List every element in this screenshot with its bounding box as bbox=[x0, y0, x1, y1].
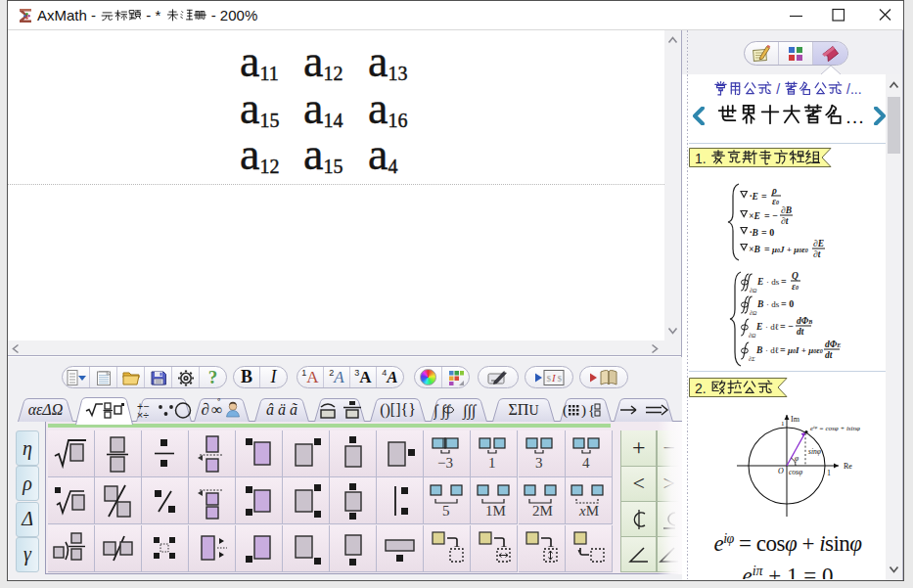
svg-text:dΦE: dΦE bbox=[825, 339, 841, 349]
svg-text:=: = bbox=[780, 344, 786, 355]
svg-text:cosφ: cosφ bbox=[789, 468, 802, 476]
svg-text:= 0: = 0 bbox=[781, 298, 794, 309]
svg-text:μ0J + μ0ε0: μ0J + μ0ε0 bbox=[771, 245, 808, 254]
svg-text:∂t: ∂t bbox=[813, 249, 821, 259]
svg-text:ρ: ρ bbox=[771, 186, 777, 196]
svg-text:xM: xM bbox=[578, 503, 599, 519]
svg-text:B: B bbox=[756, 299, 763, 309]
svg-text:−3: −3 bbox=[437, 455, 453, 471]
svg-text:∂Ω: ∂Ω bbox=[750, 310, 757, 316]
svg-text:$: $ bbox=[547, 373, 552, 383]
svg-text:4: 4 bbox=[582, 455, 590, 471]
svg-text:= 0: = 0 bbox=[761, 227, 774, 238]
svg-text:μ0I + μ0ε0: μ0I + μ0ε0 bbox=[787, 345, 823, 355]
svg-text:φ: φ bbox=[795, 454, 799, 463]
svg-text:dt: dt bbox=[825, 350, 833, 360]
svg-text:eiφ = cosφ + isinφ: eiφ = cosφ + isinφ bbox=[810, 425, 860, 432]
svg-text:∂Ω: ∂Ω bbox=[749, 333, 756, 339]
svg-text:E: E bbox=[755, 322, 762, 332]
svg-text:(: ( bbox=[563, 402, 568, 419]
svg-text:$: $ bbox=[558, 373, 563, 383]
svg-text:=: = bbox=[764, 244, 770, 254]
svg-text:∂E: ∂E bbox=[813, 239, 824, 249]
svg-text:ε0: ε0 bbox=[772, 197, 779, 206]
svg-text:∂t: ∂t bbox=[781, 216, 789, 226]
svg-text:3: 3 bbox=[535, 455, 543, 471]
svg-text:∫: ∫ bbox=[434, 402, 439, 420]
svg-text:×E: ×E bbox=[749, 211, 760, 221]
svg-text:×÷: ×÷ bbox=[137, 409, 149, 420]
svg-text:=: = bbox=[761, 191, 767, 202]
svg-text:1: 1 bbox=[781, 420, 785, 428]
svg-text:= −: = − bbox=[764, 210, 778, 221]
svg-text:· ds: · ds bbox=[766, 299, 780, 309]
svg-text:Im: Im bbox=[791, 415, 800, 424]
svg-text:{: { bbox=[588, 402, 595, 418]
svg-text:×B: ×B bbox=[749, 245, 760, 254]
svg-text:): ) bbox=[581, 402, 586, 419]
svg-text:·E: ·E bbox=[750, 192, 758, 202]
svg-text:sinφ: sinφ bbox=[808, 447, 821, 456]
svg-text:B: B bbox=[755, 345, 762, 355]
svg-text:∫∫: ∫∫ bbox=[440, 402, 451, 420]
svg-text:· dℓ: · dℓ bbox=[765, 322, 779, 332]
svg-text:1: 1 bbox=[488, 455, 496, 471]
svg-text:2M: 2M bbox=[532, 503, 553, 519]
svg-text:O: O bbox=[778, 467, 784, 475]
svg-text:∂B: ∂B bbox=[781, 205, 792, 215]
svg-text:Re: Re bbox=[844, 462, 852, 471]
svg-text:ε0: ε0 bbox=[792, 282, 799, 292]
svg-text:1: 1 bbox=[827, 469, 831, 477]
svg-text:E: E bbox=[756, 277, 763, 287]
svg-text:Q: Q bbox=[792, 271, 799, 281]
svg-text:1M: 1M bbox=[485, 503, 506, 519]
svg-text:= −: = − bbox=[780, 321, 794, 332]
svg-text:∂Σ: ∂Σ bbox=[749, 356, 755, 362]
svg-text:· dℓ: · dℓ bbox=[765, 345, 779, 355]
svg-text:· ds: · ds bbox=[766, 277, 780, 287]
svg-text:dΦB: dΦB bbox=[797, 316, 812, 326]
svg-text:dt: dt bbox=[797, 327, 804, 337]
svg-text:5: 5 bbox=[442, 503, 450, 519]
svg-text:∫∫∫: ∫∫∫ bbox=[462, 402, 478, 420]
svg-text:∂Ω: ∂Ω bbox=[750, 288, 757, 294]
svg-text:·B: ·B bbox=[750, 228, 758, 238]
svg-text:=: = bbox=[781, 276, 787, 287]
